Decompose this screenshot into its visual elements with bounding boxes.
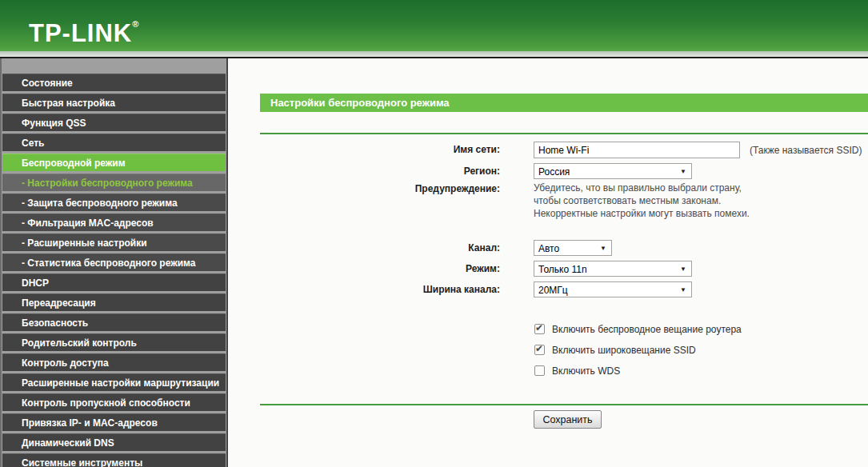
sidebar-item-12[interactable]: Безопасность — [2, 313, 226, 331]
chevron-down-icon: ▼ — [680, 168, 686, 175]
mode-label: Режим: — [228, 263, 500, 274]
save-button[interactable]: Сохранить — [534, 410, 602, 429]
network-name-input[interactable] — [534, 142, 740, 158]
sidebar-item-0[interactable]: Состояние — [2, 74, 226, 91]
page-title: Настройки беспроводного режима — [260, 94, 868, 112]
sidebar-item-6[interactable]: - Защита беспроводного режима — [2, 194, 226, 211]
sidebar-item-1[interactable]: Быстрая настройка — [2, 94, 226, 111]
sidebar-item-3[interactable]: Сеть — [2, 134, 226, 151]
tplink-logo: TP-LINK® — [29, 10, 138, 47]
checkbox-unchecked-2[interactable] — [534, 365, 545, 376]
channel-label: Канал: — [228, 242, 500, 253]
checkbox-row-2: Включить WDS — [534, 365, 620, 378]
sidebar-item-9[interactable]: - Статистика беспроводного режима — [2, 253, 226, 271]
chevron-down-icon: ▼ — [600, 245, 606, 252]
region-label: Регион: — [228, 166, 500, 177]
sidebar-item-14[interactable]: Контроль доступа — [2, 353, 226, 371]
region-select[interactable]: Россия ▼ — [534, 163, 692, 179]
sidebar-item-15[interactable]: Расширенные настройки маршрутизации — [2, 373, 226, 391]
checkbox-label: Включить широковещание SSID — [552, 345, 696, 356]
checkbox-row-1: Включить широковещание SSID — [534, 345, 696, 357]
warning-text: Убедитесь, что вы правильно выбрали стра… — [534, 182, 814, 220]
sidebar-item-17[interactable]: Привязка IP- и MAC-адресов — [2, 413, 226, 431]
sidebar-item-11[interactable]: Переадресация — [2, 293, 226, 311]
mode-select-value: Только 11n — [538, 264, 587, 275]
channel-width-select[interactable]: 20МГц ▼ — [534, 281, 692, 297]
sidebar-item-18[interactable]: Динамический DNS — [2, 433, 226, 451]
chevron-down-icon: ▼ — [680, 286, 686, 293]
sidebar-item-7[interactable]: - Фильтрация MAC-адресов — [2, 214, 226, 231]
separator-bottom — [260, 404, 868, 405]
tplink-admin-screen: TP-LINK® СостояниеБыстрая настройкаФункц… — [0, 0, 868, 467]
main-content: Настройки беспроводного режима Имя сети:… — [228, 58, 868, 467]
ssid-note: (Также называется SSID) — [750, 145, 862, 156]
checkbox-label: Включить беспроводное вещание роутера — [552, 324, 742, 335]
sidebar-item-19[interactable]: Системные инструменты — [2, 453, 226, 467]
sidebar-item-16[interactable]: Контроль пропускной способности — [2, 393, 226, 411]
separator-top — [260, 133, 868, 134]
mode-select[interactable]: Только 11n ▼ — [534, 261, 692, 277]
registered-trademark-icon: ® — [132, 19, 138, 29]
header-band — [0, 51, 868, 57]
sidebar-item-8[interactable]: - Расширенные настройки — [2, 234, 226, 251]
channel-select-value: Авто — [538, 243, 559, 254]
region-select-value: Россия — [538, 166, 570, 178]
checkbox-label: Включить WDS — [552, 365, 620, 377]
sidebar-nav: СостояниеБыстрая настройкаФункция QSSСет… — [0, 58, 226, 467]
sidebar-item-10[interactable]: DHCP — [2, 273, 226, 291]
checkbox-row-0: Включить беспроводное вещание роутера — [534, 324, 742, 337]
channel-width-label: Ширина канала: — [228, 284, 500, 295]
chevron-down-icon: ▼ — [680, 265, 686, 273]
channel-select[interactable]: Авто ▼ — [534, 240, 612, 256]
checkbox-checked-0[interactable] — [534, 324, 545, 334]
sidebar-item-2[interactable]: Функция QSS — [2, 114, 226, 131]
app-header: TP-LINK® — [0, 0, 868, 51]
sidebar-item-4[interactable]: Беспроводной режим — [2, 154, 226, 171]
sidebar-item-13[interactable]: Родительский контроль — [2, 333, 226, 351]
logo-text: TP-LINK — [29, 19, 132, 47]
warning-label: Предупреждение: — [228, 183, 500, 194]
sidebar-item-5[interactable]: - Настройки беспроводного режима — [2, 174, 226, 191]
channel-width-select-value: 20МГц — [538, 285, 568, 296]
checkbox-checked-1[interactable] — [534, 345, 545, 355]
network-name-label: Имя сети: — [228, 144, 500, 155]
